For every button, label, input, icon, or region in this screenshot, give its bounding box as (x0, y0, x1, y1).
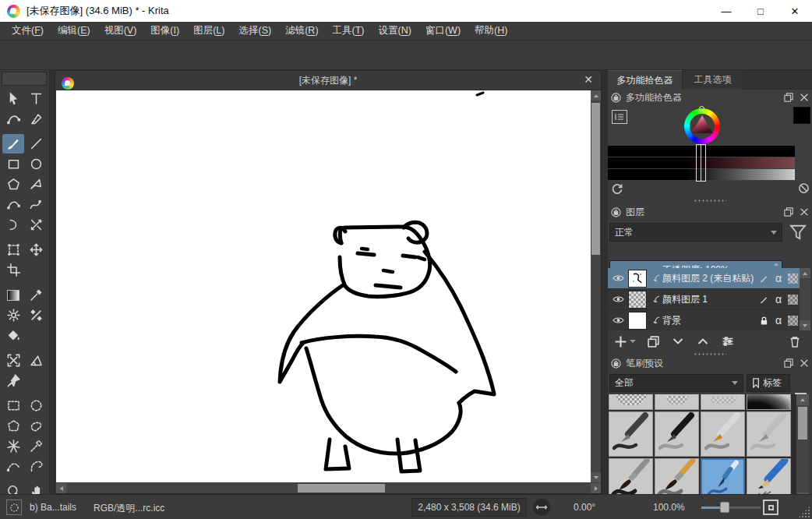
layer-thumbnail[interactable] (628, 312, 647, 330)
line-tool[interactable] (25, 134, 47, 154)
layer-thumbnail[interactable] (628, 270, 647, 288)
dynamic-brush-tool[interactable] (2, 215, 24, 235)
transform-select-tool[interactable] (2, 89, 24, 108)
layer-visibility-icon[interactable] (608, 295, 628, 304)
layer-alpha-inherit-icon[interactable] (786, 295, 800, 305)
color-profile-label[interactable]: RGB/透明...rc.icc (94, 502, 164, 515)
canvas[interactable] (56, 90, 591, 482)
no-color-button[interactable] (798, 182, 810, 194)
duplicate-layer-button[interactable] (647, 335, 660, 348)
layer-row[interactable]: 颜料图层 2 (来自粘贴)α (608, 268, 800, 289)
menubar-item[interactable]: 文件(F) (5, 22, 51, 40)
measure-tool[interactable] (25, 351, 47, 370)
menubar-item[interactable]: 视图(V) (97, 22, 144, 40)
polygon-tool[interactable] (2, 175, 24, 194)
maximize-button[interactable]: □ (743, 0, 778, 22)
saturation-triangle[interactable] (690, 114, 715, 139)
scroll-right-arrow[interactable] (591, 483, 601, 493)
canvas-subwindow-titlebar[interactable]: [未保存图像] * ✕ (55, 71, 601, 90)
text-tool[interactable] (25, 89, 47, 108)
layer-brush-icon[interactable] (756, 295, 771, 305)
float-panel-icon[interactable] (784, 93, 793, 102)
canvas-vertical-scrollbar[interactable] (591, 90, 601, 482)
colorize-mask-tool[interactable] (25, 305, 47, 325)
preset-filter-dropdown[interactable]: 全部 (609, 374, 743, 392)
layer-list-scrollbar[interactable] (800, 268, 810, 330)
layer-filter-icon[interactable] (789, 223, 807, 242)
scroll-left-arrow[interactable] (56, 483, 66, 493)
layer-thumbnail[interactable] (628, 291, 647, 309)
minimize-button[interactable]: — (709, 0, 743, 22)
preset-grid-scrollbar[interactable] (796, 394, 809, 503)
layer-properties-button[interactable] (721, 335, 735, 348)
panel-lock-icon[interactable] (611, 358, 621, 369)
scroll-up-arrow[interactable] (591, 90, 601, 101)
layer-row[interactable]: 颜料图层 1α (608, 289, 800, 310)
layer-alpha-icon[interactable]: α (771, 314, 786, 327)
zoom-slider-handle[interactable] (720, 502, 729, 513)
layer-alpha-icon[interactable]: α (771, 272, 786, 284)
freehand-select-tool[interactable] (25, 416, 47, 436)
scroll-down-arrow[interactable] (591, 472, 601, 482)
transform-tool[interactable] (2, 240, 24, 260)
zoom-slider[interactable] (701, 507, 761, 509)
layer-alpha-icon[interactable]: α (771, 293, 786, 305)
brush-preset-eraser-circle[interactable] (609, 394, 653, 410)
brush-preset-pencil-black[interactable] (655, 411, 699, 457)
fill-tool[interactable] (2, 326, 24, 345)
horizontal-scroll-handle[interactable] (298, 484, 385, 493)
tab-tool-options[interactable]: 工具选项 (683, 70, 743, 90)
canvas-horizontal-scrollbar[interactable] (56, 483, 601, 493)
polyline-tool[interactable] (25, 175, 47, 194)
refresh-colors-button[interactable] (611, 182, 623, 195)
bezier-curve-tool[interactable] (2, 195, 24, 214)
menubar-item[interactable]: 图层(L) (186, 22, 231, 40)
freehand-path-tool[interactable] (25, 195, 47, 214)
similar-select-tool[interactable] (25, 436, 47, 456)
menubar-item[interactable]: 编辑(E) (51, 22, 97, 40)
menubar-item[interactable]: 选择(S) (231, 22, 278, 40)
brush-preset-airbrush-soft[interactable] (701, 394, 745, 410)
layer-visibility-icon[interactable] (608, 316, 628, 325)
color-sampler-tool[interactable] (25, 285, 47, 305)
layer-alpha-inherit-icon[interactable] (786, 316, 800, 326)
panel-lock-icon[interactable] (611, 207, 621, 217)
ellipse-select-tool[interactable] (25, 396, 47, 415)
rect-select-tool[interactable] (2, 396, 24, 415)
menubar-item[interactable]: 帮助(H) (468, 22, 514, 40)
tab-advanced-color-selector[interactable]: 多功能拾色器 (608, 70, 683, 90)
layer-lock-icon[interactable] (756, 316, 771, 326)
panel-lock-icon[interactable] (611, 93, 621, 103)
brush-preset-eraser-soft[interactable] (655, 394, 699, 410)
zoom-fit-button[interactable] (763, 500, 778, 515)
toolbox-drag-header[interactable] (2, 72, 47, 86)
tag-button[interactable]: 标签 (747, 374, 790, 392)
move-layer-down-button[interactable] (671, 335, 685, 348)
rotation-angle-value[interactable]: 0.00° (574, 502, 595, 513)
shade-strips-marker[interactable] (696, 144, 706, 182)
brush-preset-pencil-dark[interactable] (609, 411, 653, 457)
edit-shapes-tool[interactable] (2, 109, 24, 129)
ellipse-tool[interactable] (25, 154, 47, 174)
selection-display-button[interactable] (6, 500, 22, 515)
brush-preset-pen-orange[interactable] (701, 411, 745, 457)
menubar-item[interactable]: 设置(N) (372, 22, 418, 40)
bezier-select-tool[interactable] (2, 457, 24, 476)
float-panel-icon[interactable] (784, 358, 793, 368)
polygon-select-tool[interactable] (2, 416, 24, 436)
layer-visibility-icon[interactable] (608, 274, 628, 283)
canvas-rotation-button[interactable] (533, 499, 550, 516)
zoom-level-value[interactable]: 100.0% (653, 502, 685, 513)
multibrush-tool[interactable] (25, 215, 47, 235)
menubar-item[interactable]: 图像(I) (143, 22, 186, 40)
layer-brush-icon[interactable] (756, 274, 771, 284)
close-button[interactable]: ✕ (778, 0, 812, 22)
enclose-fill-tool[interactable] (2, 351, 24, 370)
panel-splitter-handle[interactable] (694, 199, 726, 203)
calligraphy-tool[interactable] (25, 109, 47, 129)
canvas-close-button[interactable]: ✕ (584, 73, 593, 86)
hue-marker[interactable] (699, 106, 704, 111)
hue-ring[interactable] (684, 108, 720, 144)
menubar-item[interactable]: 滤镜(R) (278, 22, 325, 40)
brush-preset-airbrush-pressure[interactable] (747, 394, 791, 410)
